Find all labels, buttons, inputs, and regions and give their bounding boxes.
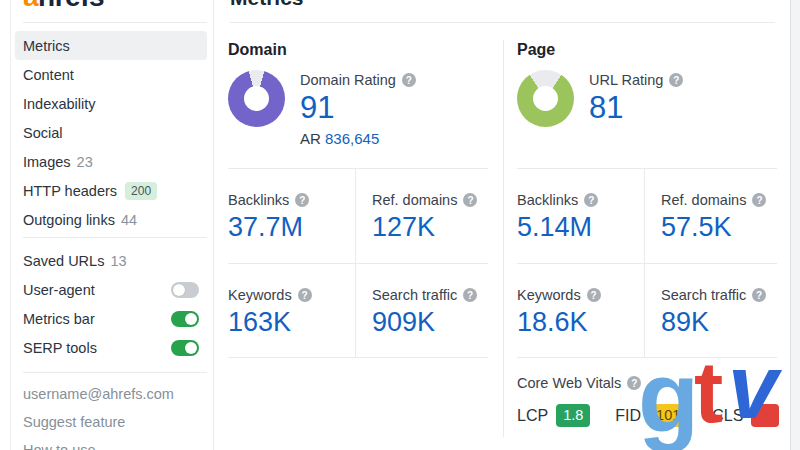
ahrefs-rank-value[interactable]: 836,645 [325,130,379,147]
page-column: Page URL Rating ? 81 Backlinks? 5.14M Re… [517,40,777,427]
stats-row: Keywords? 18.6K Search traffic? 89K [517,263,777,357]
stat-label: Search traffic [661,287,746,303]
toggle-knob [185,313,197,325]
sidebar-item-metrics-bar: Metrics bar [15,304,207,333]
help-icon[interactable]: ? [627,376,641,390]
sidebar-item-user-agent: User-agent [15,275,207,304]
domain-ref-domains-value[interactable]: 127K [372,212,488,242]
url-rating-label: URL Rating [589,72,663,88]
help-icon[interactable]: ? [669,73,683,87]
lcp-label: LCP [517,407,548,425]
sidebar-item-indexability[interactable]: Indexability [15,89,207,118]
domain-rating-value[interactable]: 91 [300,91,416,125]
sidebar-secondary: Saved URLs 13 User-agent Metrics bar SER… [11,246,213,362]
page-ref-domains-value[interactable]: 57.5K [661,212,777,242]
domain-column: Domain Domain Rating ? 91 AR 836,645 Bac… [228,40,488,358]
cls-metric: CLS [712,404,779,427]
sidebar-footer: username@ahrefs.com Suggest feature How … [11,380,213,450]
sidebar-item-label: User-agent [23,282,95,298]
toggle-knob [173,284,185,296]
serp-tools-toggle[interactable] [171,340,199,356]
column-divider [503,40,504,437]
page-ref-domains-stat: Ref. domains? 57.5K [644,169,777,263]
how-to-use-link[interactable]: How to use [11,436,213,450]
outgoing-links-count: 44 [121,212,137,228]
help-icon[interactable]: ? [298,288,312,302]
stat-label: Ref. domains [661,192,746,208]
cls-value-badge [751,404,779,427]
http-status-badge: 200 [125,182,157,200]
stat-label: Ref. domains [372,192,457,208]
sidebar-item-label: Images [23,154,71,170]
sidebar-item-content[interactable]: Content [15,60,207,89]
stat-label: Backlinks [517,192,578,208]
page-search-traffic-value[interactable]: 89K [661,307,777,337]
url-rating-value[interactable]: 81 [589,91,683,125]
sidebar-item-label: Content [23,67,74,83]
sidebar-item-label: SERP tools [23,340,97,356]
sidebar-nav: Metrics Content Indexability Social Imag… [11,31,213,234]
logo-text: hrefs [38,0,104,12]
domain-rating-label: Domain Rating [300,72,396,88]
stats-row: Backlinks? 5.14M Ref. domains? 57.5K [517,169,777,263]
sidebar-item-label: Metrics bar [23,311,95,327]
page-backlinks-value[interactable]: 5.14M [517,212,644,242]
toggle-knob [185,342,197,354]
sidebar-item-label: Outgoing links [23,212,115,228]
sidebar-divider [23,22,207,23]
sidebar-divider [23,237,207,238]
main-top-divider [230,22,775,23]
sidebar-item-metrics[interactable]: Metrics [15,31,207,60]
domain-rating-info: Domain Rating ? 91 AR 836,645 [300,70,416,168]
domain-rating-donut [228,70,285,127]
help-icon[interactable]: ? [752,193,766,207]
sidebar-item-label: HTTP headers [23,183,117,199]
url-rating-block: URL Rating ? 81 [517,70,777,169]
page-section-header: Page [517,40,777,59]
page-keywords-value[interactable]: 18.6K [517,307,644,337]
sidebar-item-images[interactable]: Images 23 [15,147,207,176]
sidebar-item-label: Social [23,125,63,141]
domain-backlinks-value[interactable]: 37.7M [228,212,355,242]
metrics-bar-toggle[interactable] [171,311,199,327]
ahrefs-logo: ahrefs [23,0,104,13]
domain-search-traffic-stat: Search traffic? 909K [355,264,488,357]
domain-keywords-value[interactable]: 163K [228,307,355,337]
lcp-metric: LCP 1.8 [517,404,590,427]
user-agent-toggle[interactable] [171,282,199,298]
sidebar-item-serp-tools: SERP tools [15,333,207,362]
account-email-link[interactable]: username@ahrefs.com [11,380,213,408]
images-count: 23 [77,154,93,170]
domain-search-traffic-value[interactable]: 909K [372,307,488,337]
help-icon[interactable]: ? [463,193,477,207]
cls-label: CLS [712,407,743,425]
help-icon[interactable]: ? [402,73,416,87]
help-icon[interactable]: ? [295,193,309,207]
ar-label: AR [300,130,321,147]
stat-label: Keywords [228,287,292,303]
sidebar-item-saved-urls[interactable]: Saved URLs 13 [15,246,207,275]
help-icon[interactable]: ? [584,193,598,207]
page-stats-grid: Backlinks? 5.14M Ref. domains? 57.5K Key… [517,169,777,358]
stats-row: Backlinks? 37.7M Ref. domains? 127K [228,169,488,263]
help-icon[interactable]: ? [587,288,601,302]
domain-rating-block: Domain Rating ? 91 AR 836,645 [228,70,488,169]
sidebar-main-divider [213,0,214,450]
core-web-vitals-row: LCP 1.8 FID 101 CLS [517,404,777,427]
sidebar-item-social[interactable]: Social [15,118,207,147]
domain-backlinks-stat: Backlinks? 37.7M [228,169,355,263]
stat-label: Backlinks [228,192,289,208]
lcp-value-badge: 1.8 [556,404,590,427]
help-icon[interactable]: ? [463,288,477,302]
url-rating-donut [517,70,574,127]
domain-section-header: Domain [228,40,488,59]
domain-keywords-stat: Keywords? 163K [228,264,355,357]
page-search-traffic-stat: Search traffic? 89K [644,264,777,357]
sidebar-item-label: Metrics [23,38,70,54]
help-icon[interactable]: ? [752,288,766,302]
core-web-vitals-label: Core Web Vitals [517,375,621,391]
scrollbar-track[interactable] [790,0,800,450]
sidebar-item-http-headers[interactable]: HTTP headers 200 [15,176,207,205]
sidebar-item-outgoing-links[interactable]: Outgoing links 44 [15,205,207,234]
suggest-feature-link[interactable]: Suggest feature [11,408,213,436]
